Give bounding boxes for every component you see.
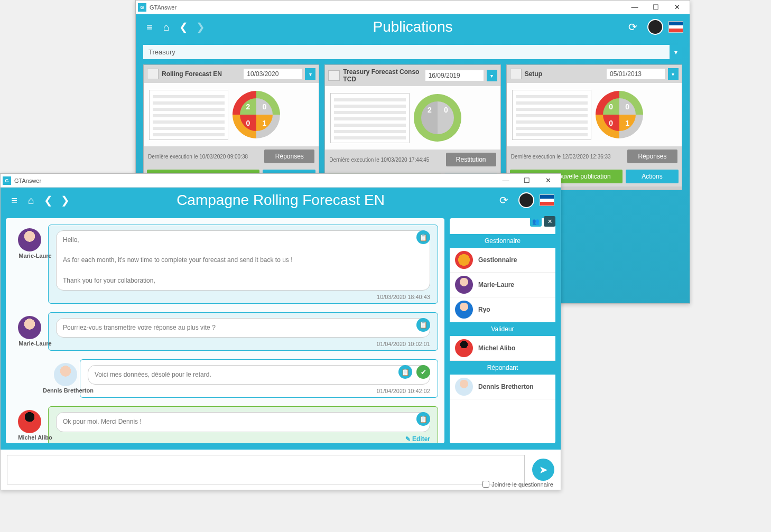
titlebar: G GTAnswer — ☐ ✕ [1, 174, 561, 188]
message-avatar [54, 363, 77, 386]
last-execution: Dernière execution le 10/03/2020 17:44:4… [329, 157, 442, 163]
panel-users-icon[interactable]: 👥 [530, 216, 542, 227]
participant-row[interactable]: Ryo [450, 297, 555, 322]
minimize-button[interactable]: — [624, 1, 645, 14]
card-date[interactable]: 16/09/2019 [425, 70, 484, 81]
participant-avatar [455, 301, 473, 319]
user-avatar[interactable] [518, 192, 534, 208]
user-avatar[interactable] [647, 19, 663, 35]
app-icon: G [3, 176, 11, 185]
attach-questionnaire[interactable]: Joindre le questionnaire [482, 481, 553, 488]
titlebar: G GTAnswer — ☐ ✕ [136, 1, 690, 14]
last-execution: Dernière execution le 10/03/2020 09:00:3… [148, 154, 261, 160]
message-time: 10/03/2020 18:40:43 [56, 294, 430, 300]
page-title: Campagne Rolling Forecast EN [177, 192, 385, 209]
last-execution: Dernière execution le 12/02/2020 12:36:3… [511, 154, 624, 160]
card-date[interactable]: 10/03/2020 [244, 69, 302, 79]
home-icon[interactable]: ⌂ [159, 20, 174, 34]
appbar: ≡ ⌂ ❮ ❯ Campagne Rolling Forecast EN ⟳ [1, 188, 561, 213]
participant-name: Gestionnaire [478, 256, 517, 264]
card-title: Setup [525, 70, 603, 78]
responses-button[interactable]: Réponses [264, 150, 314, 163]
side-section-header: Répondant [450, 361, 555, 375]
message-avatar [18, 316, 41, 339]
message-avatar [18, 410, 41, 433]
clipboard-icon[interactable]: 📋 [416, 412, 430, 426]
campaign-body: Marie-Laure 📋 Hello,As for each month, i… [1, 213, 561, 490]
back-icon[interactable]: ❮ [176, 20, 191, 34]
back-icon[interactable]: ❮ [41, 193, 55, 208]
participant-name: Michel Alibo [478, 344, 515, 352]
compose-input[interactable] [7, 455, 525, 484]
home-icon[interactable]: ⌂ [24, 193, 39, 208]
refresh-icon[interactable]: ⟳ [496, 193, 511, 208]
card-type-icon [328, 70, 340, 81]
refresh-icon[interactable]: ⟳ [625, 20, 640, 34]
status-donut: 2 0 [414, 94, 461, 142]
forward-icon[interactable]: ❯ [58, 193, 72, 208]
clipboard-icon[interactable]: 📋 [416, 318, 430, 332]
participant-row[interactable]: Marie-Laure [450, 273, 555, 297]
messages-list: Marie-Laure 📋 Hello,As for each month, i… [6, 218, 444, 443]
message-time: 01/04/2020 10:42:02 [88, 388, 430, 394]
clipboard-icon[interactable]: 📋 [416, 230, 430, 244]
message: Marie-Laure 📋 Pourriez-vous transmettre … [48, 312, 438, 351]
language-flag[interactable] [540, 194, 554, 206]
participant-avatar [455, 276, 473, 294]
participant-row[interactable]: Michel Alibo [450, 336, 555, 361]
publication-card: Rolling Forecast EN 10/03/2020 ▾ 2 0 0 1… [143, 64, 319, 190]
message-text: Voici mes données, désolé pour le retard… [88, 365, 430, 385]
responses-button[interactable]: Réponses [627, 150, 677, 163]
appbar: ≡ ⌂ ❮ ❯ Publications ⟳ [136, 14, 690, 40]
send-button[interactable]: ➤ [532, 459, 554, 481]
clipboard-icon[interactable]: 📋 [398, 365, 412, 379]
date-dropdown[interactable]: ▾ [668, 68, 679, 80]
panel-close-icon[interactable]: ✕ [544, 216, 555, 227]
card-thumbnail[interactable] [512, 90, 591, 140]
minimize-button[interactable]: — [495, 174, 516, 188]
participant-name: Marie-Laure [478, 281, 514, 288]
menu-icon[interactable]: ≡ [7, 193, 22, 208]
close-button[interactable]: ✕ [666, 1, 688, 14]
app-name: GTAnswer [14, 178, 41, 184]
maximize-button[interactable]: ☐ [516, 174, 537, 188]
message-author: Dennis Bretherton [39, 387, 97, 394]
participants-panel: 👥 ✕ Gestionnaire Gestionnaire Marie-Laur… [450, 218, 555, 443]
participant-row[interactable]: Dennis Bretherton [450, 375, 555, 399]
card-date[interactable]: 05/01/2013 [607, 69, 665, 79]
message-text: Ok pour moi. Merci Dennis ! [56, 412, 430, 432]
status-donut: 2 0 0 1 [233, 91, 280, 138]
participant-row[interactable]: Gestionnaire [450, 248, 555, 273]
menu-icon[interactable]: ≡ [142, 20, 157, 34]
close-button[interactable]: ✕ [537, 174, 559, 188]
edit-button[interactable]: ✎ Editer [56, 435, 430, 443]
breadcrumb-dropdown[interactable]: ▾ [670, 45, 682, 59]
date-dropdown[interactable]: ▾ [487, 70, 497, 81]
participant-avatar [455, 251, 473, 269]
message: Michel Alibo 📋 Ok pour moi. Merci Dennis… [48, 406, 438, 443]
message-text: Pourriez-vous transmettre votre réponse … [56, 318, 430, 338]
maximize-button[interactable]: ☐ [645, 1, 666, 14]
forward-icon[interactable]: ❯ [193, 20, 208, 34]
card-thumbnail[interactable] [330, 93, 410, 143]
message-author: Marie-Laure [13, 253, 58, 259]
card-title: Rolling Forecast EN [162, 70, 240, 78]
app-icon: G [138, 3, 146, 12]
participant-avatar [455, 378, 473, 396]
participant-avatar [455, 339, 473, 357]
card-thumbnail[interactable] [149, 90, 228, 140]
message: Marie-Laure 📋 Hello,As for each month, i… [48, 225, 438, 304]
card-title: Treasury Forecast Conso TCD [343, 68, 422, 83]
publication-card: Treasury Forecast Conso TCD 16/09/2019 ▾… [324, 64, 500, 190]
compose-area: ➤ Joindre le questionnaire [1, 449, 561, 490]
check-icon[interactable]: ✔ [416, 365, 430, 379]
responses-button[interactable]: Restitution [446, 153, 496, 166]
date-dropdown[interactable]: ▾ [305, 68, 315, 80]
actions-button[interactable]: Actions [626, 170, 679, 183]
publication-card: Setup 05/01/2013 ▾ 0 0 0 1 Dernière exec… [506, 64, 682, 190]
message: Dennis Bretherton 📋✔ Voici mes données, … [80, 359, 438, 398]
message-time: 01/04/2020 10:02:01 [56, 341, 430, 347]
message-avatar [18, 228, 41, 251]
language-flag[interactable] [668, 21, 683, 33]
attach-checkbox[interactable] [482, 481, 489, 488]
